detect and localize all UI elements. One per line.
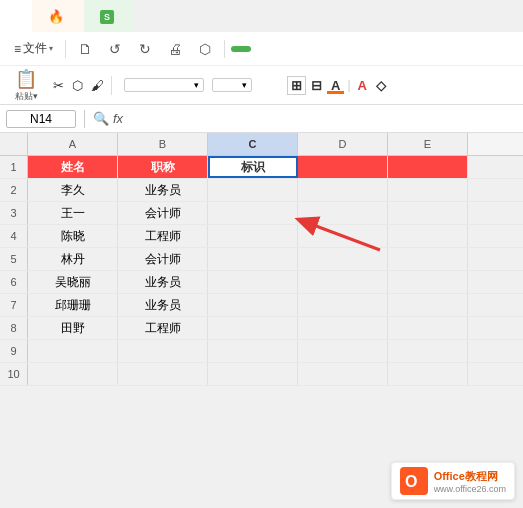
cell-d9[interactable] [298, 340, 388, 362]
cell-a10[interactable] [28, 363, 118, 385]
cell-e5[interactable] [388, 248, 468, 270]
cell-b9[interactable] [118, 340, 208, 362]
cell-b4[interactable]: 工程师 [118, 225, 208, 247]
row-number: 7 [0, 294, 28, 316]
cell-c5[interactable] [208, 248, 298, 270]
cell-c3[interactable] [208, 202, 298, 224]
print-btn[interactable]: 🖨 [162, 36, 188, 62]
start-button[interactable] [231, 46, 251, 52]
copy-btn[interactable]: ⬡ [69, 76, 86, 95]
font-color-btn[interactable]: A [354, 77, 371, 94]
col-header-c: C [208, 133, 298, 155]
paste-btn[interactable]: 📋 粘贴▾ [8, 68, 44, 103]
row-number: 10 [0, 363, 28, 385]
cell-b5[interactable]: 会计师 [118, 248, 208, 270]
merge-btn[interactable]: ⊟ [307, 77, 326, 94]
office-icon: O [400, 467, 428, 495]
border-btn[interactable]: ⊞ [287, 76, 306, 95]
cell-e8[interactable] [388, 317, 468, 339]
cell-e9[interactable] [388, 340, 468, 362]
eraser-btn[interactable]: ◇ [372, 77, 390, 94]
formula-separator [84, 110, 85, 128]
cell-a3[interactable]: 王一 [28, 202, 118, 224]
cell-a5[interactable]: 林丹 [28, 248, 118, 270]
formula-bar: N14 🔍 fx [0, 105, 523, 133]
copy-format-btn[interactable]: ⬡ [192, 36, 218, 62]
table-row: 3王一会计师 [0, 202, 523, 225]
brush-icon: 🖌 [91, 78, 104, 93]
file-menu-label: 文件 [23, 40, 47, 57]
cell-c2[interactable] [208, 179, 298, 201]
bold-btn[interactable] [260, 84, 268, 86]
cell-a1[interactable]: 姓名 [28, 156, 118, 178]
cell-c1[interactable]: 标识 [208, 156, 298, 178]
redo-btn[interactable]: ↻ [132, 36, 158, 62]
underline-btn[interactable] [278, 84, 286, 86]
corner-cell [0, 133, 28, 155]
cell-e10[interactable] [388, 363, 468, 385]
table-row: 9 [0, 340, 523, 363]
cell-a2[interactable]: 李久 [28, 179, 118, 201]
cell-d4[interactable] [298, 225, 388, 247]
cell-a7[interactable]: 邱珊珊 [28, 294, 118, 316]
italic-btn[interactable] [269, 84, 277, 86]
cell-c6[interactable] [208, 271, 298, 293]
font-size-selector[interactable]: ▾ [212, 78, 252, 92]
cell-b1[interactable]: 职称 [118, 156, 208, 178]
cell-b6[interactable]: 业务员 [118, 271, 208, 293]
cell-d1[interactable] [298, 156, 388, 178]
table-row: 8田野工程师 [0, 317, 523, 340]
cell-c7[interactable] [208, 294, 298, 316]
cell-reference[interactable]: N14 [6, 110, 76, 128]
table-row: 2李久业务员 [0, 179, 523, 202]
cell-b10[interactable] [118, 363, 208, 385]
formula-input[interactable] [127, 112, 517, 126]
cell-c4[interactable] [208, 225, 298, 247]
cell-d6[interactable] [298, 271, 388, 293]
cell-e7[interactable] [388, 294, 468, 316]
undo-btn[interactable]: ↺ [102, 36, 128, 62]
cell-d5[interactable] [298, 248, 388, 270]
cell-a8[interactable]: 田野 [28, 317, 118, 339]
cell-e6[interactable] [388, 271, 468, 293]
table-row: 4陈晓工程师 [0, 225, 523, 248]
cell-b7[interactable]: 业务员 [118, 294, 208, 316]
cell-b3[interactable]: 会计师 [118, 202, 208, 224]
cell-a9[interactable] [28, 340, 118, 362]
cell-d10[interactable] [298, 363, 388, 385]
watermark-site: Office教程网 [434, 469, 506, 484]
cell-a4[interactable]: 陈晓 [28, 225, 118, 247]
svg-text:O: O [405, 473, 417, 490]
cell-e2[interactable] [388, 179, 468, 201]
row-number: 3 [0, 202, 28, 224]
new-doc-btn[interactable]: 🗋 [72, 36, 98, 62]
toolbar-row2: 📋 粘贴▾ ✂ ⬡ 🖌 ▾ [0, 66, 523, 104]
cell-d2[interactable] [298, 179, 388, 201]
font-name-selector[interactable]: ▾ [124, 78, 204, 92]
tab-template[interactable]: 🔥 [32, 0, 84, 32]
cell-e3[interactable] [388, 202, 468, 224]
file-menu[interactable]: ≡ 文件 ▾ [8, 38, 59, 59]
highlight-btn[interactable]: A [327, 77, 344, 94]
scissors-icon: ✂ [53, 78, 64, 93]
cut-btn[interactable]: ✂ [50, 76, 67, 95]
format-brush-btn[interactable]: 🖌 [88, 76, 107, 95]
cell-c10[interactable] [208, 363, 298, 385]
tab-home[interactable] [0, 0, 32, 32]
cell-c8[interactable] [208, 317, 298, 339]
cell-b8[interactable]: 工程师 [118, 317, 208, 339]
row-number: 5 [0, 248, 28, 270]
cell-a6[interactable]: 吴晓丽 [28, 271, 118, 293]
cell-d3[interactable] [298, 202, 388, 224]
cell-e1[interactable] [388, 156, 468, 178]
cell-b2[interactable]: 业务员 [118, 179, 208, 201]
cell-d8[interactable] [298, 317, 388, 339]
col-header-e: E [388, 133, 468, 155]
cell-c9[interactable] [208, 340, 298, 362]
template-icon: 🔥 [48, 9, 64, 24]
tab-xlsx[interactable]: S [84, 0, 134, 32]
row-number: 1 [0, 156, 28, 178]
copy-icon: ⬡ [72, 78, 83, 93]
cell-d7[interactable] [298, 294, 388, 316]
cell-e4[interactable] [388, 225, 468, 247]
